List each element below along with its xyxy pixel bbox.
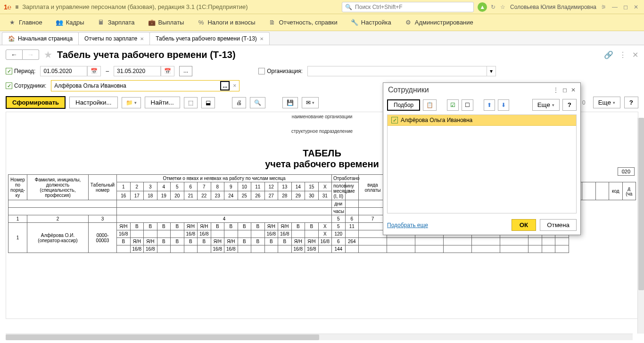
kebab-icon[interactable]: ⋮ [553,87,559,93]
nav-back[interactable]: ← [6,49,23,60]
menu-vyplaty[interactable]: 💼Выплаты [141,16,191,29]
employees-clear-button[interactable]: × [230,82,239,89]
table-cell: Х [318,230,332,238]
employees-choose-button[interactable]: ... [220,81,230,90]
day-header: 26 [251,191,265,200]
filter-icon[interactable]: ⚞ [601,4,606,10]
kebab-icon[interactable]: ⋮ [619,50,627,59]
menu-reports[interactable]: 🗎Отчетность, справки [262,16,344,29]
table-cell: 144 [332,245,346,253]
chevron-down-icon[interactable]: ▾ [487,66,495,76]
table-cell: В [171,223,184,230]
checkbox-icon[interactable]: ✓ [391,117,398,123]
help-button[interactable]: ? [624,97,638,108]
org-select[interactable]: ▾ [307,66,496,76]
menu-settings[interactable]: 🔧Настройка [344,16,398,29]
preview-button[interactable]: 🔍 [250,97,265,108]
popup-list[interactable]: ✓ Алфёрова Ольга Ивановна [387,114,577,213]
period-more-button[interactable]: ... [179,66,192,76]
calendar-icon[interactable]: 📅 [87,66,101,76]
menu-main[interactable]: ★Главное [2,16,49,29]
employees-checkbox[interactable]: ✓Сотрудники: [6,82,46,89]
scrollbar-vertical[interactable] [637,118,644,319]
table-cell: 16/8 [224,245,238,253]
day-header: 3 [144,182,157,191]
star-icon[interactable]: ☆ [500,4,505,10]
maximize-icon[interactable]: ◻ [562,87,567,93]
table-cell [238,245,251,253]
send-button[interactable]: ✉▾ [302,97,319,108]
menu-admin[interactable]: ⚙Администрирование [398,16,480,29]
menu-kadry[interactable]: 👥Кадры [49,16,91,29]
collapse-button[interactable]: ⬓ [201,97,215,108]
popup-help-button[interactable]: ? [562,99,577,111]
minimize-button[interactable]: — [610,3,619,11]
expand-button[interactable]: ⬚ [184,97,198,108]
uncheck-all-button[interactable]: ☐ [462,99,473,111]
table-cell [415,238,444,245]
tab-tabel[interactable]: Табель учета рабочего времени (Т-13)✕ [149,32,270,45]
people-icon: 👥 [56,19,63,26]
table-cell [278,245,292,253]
close-icon[interactable]: ✕ [140,36,144,41]
date-from-input[interactable]: 01.05.2020 [40,66,87,76]
move-up-button[interactable]: ⬆ [484,99,495,111]
check-all-button[interactable]: ☑ [447,99,459,111]
maximize-button[interactable]: ◻ [621,3,630,11]
nav-forward[interactable]: → [23,49,39,60]
global-search[interactable]: 🔍 [342,2,474,12]
popup-select-button[interactable]: Подбор [387,99,420,111]
employees-popup: Сотрудники ⋮ ◻ ✕ Подбор 📋 ☑ ☐ ⬆ ⬇ Еще▾ ?… [383,82,581,235]
table-cell: В [157,223,171,230]
favorite-star[interactable]: ★ [44,49,52,60]
table-cell: Я/Н [144,238,157,245]
username: Соловьева Юлия Владимировна [510,4,596,10]
arrow-up-icon: ⬆ [487,102,492,108]
print-button[interactable]: 🖨 [232,97,246,108]
table-header: Отметки о явках и неявках на работу по ч… [117,175,332,182]
table-cell: 5 [332,223,346,230]
bell-icon[interactable]: ▲ [478,2,487,12]
employees-input[interactable] [51,82,220,90]
table-cell: В [291,223,305,230]
select-more-link[interactable]: Подобрать еще [387,222,428,229]
save-button[interactable]: 💾 [282,97,298,108]
settings-button[interactable]: Настройки... [69,97,117,108]
table-cell [171,230,184,238]
close-button[interactable]: ✕ [632,3,640,11]
tab-home[interactable]: 🏠Начальная страница [2,32,79,45]
menu-icon[interactable]: ≡ [15,4,18,10]
generate-button[interactable]: Сформировать [6,96,66,109]
copy-button[interactable]: 📋 [423,99,437,111]
table-cell [251,245,265,253]
table-cell: 16/8 [130,245,144,253]
calendar-icon[interactable]: 📅 [161,66,174,76]
list-item[interactable]: ✓ Алфёрова Ольга Ивановна [388,115,576,126]
table-cell: 16/8 [291,245,305,253]
cancel-button[interactable]: Отмена [540,219,577,231]
link-icon[interactable]: 🔗 [604,50,613,59]
close-icon[interactable]: ✕ [632,50,638,59]
menu-nalogi[interactable]: %Налоги и взносы [190,16,262,29]
org-checkbox[interactable]: Организация: [258,68,303,74]
more-button[interactable]: Еще▾ [593,97,620,108]
date-to-input[interactable]: 31.05.2020 [114,66,161,76]
variants-button[interactable]: 📁▾ [122,97,141,108]
period-checkbox[interactable]: ✓Период: [6,68,35,74]
tab-reports[interactable]: Отчеты по зарплате✕ [78,32,150,45]
popup-more-button[interactable]: Еще▾ [532,99,560,111]
table-cell: В [238,238,251,245]
ok-button[interactable]: ОК [512,219,537,231]
day-header: 10 [238,182,251,191]
history-icon[interactable]: ↻ [491,4,495,10]
find-button[interactable]: Найти... [145,97,180,108]
calculator-icon: 🖩 [98,19,105,26]
table-cell: Я/Н [117,223,131,230]
move-down-button[interactable]: ⬇ [498,99,509,111]
menu-zarplata[interactable]: 🖩Зарплата [91,16,141,29]
table-cell [198,245,211,253]
day-header: 23 [211,191,224,200]
close-icon[interactable]: ✕ [260,36,264,41]
close-icon[interactable]: ✕ [571,87,576,93]
search-input[interactable] [354,3,471,11]
